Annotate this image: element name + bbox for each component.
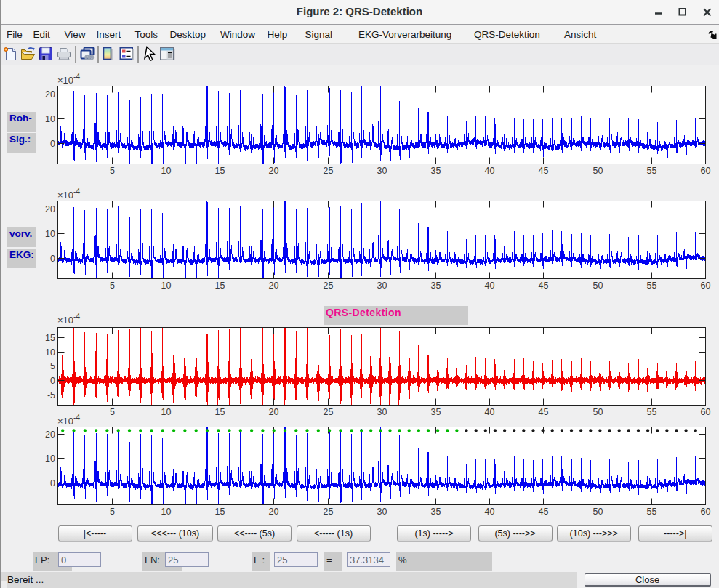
svg-text:20: 20 [269, 407, 279, 417]
svg-text:20: 20 [45, 430, 55, 440]
svg-text:60: 60 [701, 507, 711, 517]
svg-text:35: 35 [431, 507, 441, 517]
svg-text:50: 50 [593, 281, 603, 291]
svg-text:15: 15 [45, 333, 55, 343]
svg-text:10: 10 [45, 114, 55, 124]
svg-text:×10-4: ×10-4 [57, 73, 80, 86]
svg-text:10: 10 [161, 507, 172, 517]
svg-text:5: 5 [110, 407, 115, 417]
svg-text:0: 0 [50, 139, 55, 149]
svg-text:20: 20 [45, 89, 55, 100]
svg-text:0: 0 [50, 376, 55, 386]
svg-text:10: 10 [45, 454, 55, 464]
svg-text:20: 20 [269, 507, 279, 517]
svg-text:10: 10 [45, 229, 55, 239]
svg-text:40: 40 [485, 281, 495, 291]
svg-text:5: 5 [110, 281, 115, 291]
svg-text:20: 20 [269, 166, 279, 176]
svg-text:35: 35 [431, 407, 441, 417]
svg-text:45: 45 [539, 407, 549, 417]
svg-text:10: 10 [161, 407, 172, 417]
svg-text:60: 60 [701, 166, 711, 176]
svg-text:25: 25 [324, 166, 334, 176]
svg-text:55: 55 [647, 407, 657, 417]
svg-text:10: 10 [45, 347, 55, 358]
svg-text:45: 45 [539, 281, 549, 291]
svg-text:20: 20 [269, 281, 279, 291]
svg-text:25: 25 [324, 407, 334, 417]
svg-text:50: 50 [593, 507, 603, 517]
svg-text:35: 35 [431, 281, 441, 291]
svg-text:40: 40 [485, 407, 495, 417]
svg-text:45: 45 [539, 507, 549, 517]
svg-text:×10-4: ×10-4 [57, 313, 80, 326]
svg-text:55: 55 [647, 507, 657, 517]
svg-text:5: 5 [110, 507, 115, 517]
svg-text:15: 15 [215, 407, 225, 417]
svg-text:35: 35 [431, 166, 441, 176]
svg-text:25: 25 [324, 507, 334, 517]
svg-text:30: 30 [377, 166, 387, 176]
svg-text:0: 0 [50, 254, 55, 264]
svg-text:20: 20 [45, 204, 55, 214]
svg-text:15: 15 [215, 166, 225, 176]
svg-text:5: 5 [110, 166, 115, 176]
svg-text:45: 45 [539, 166, 549, 176]
svg-text:40: 40 [485, 166, 495, 176]
svg-text:60: 60 [701, 407, 711, 417]
svg-text:55: 55 [647, 166, 657, 176]
svg-text:25: 25 [324, 281, 334, 291]
svg-text:15: 15 [215, 281, 225, 291]
svg-text:55: 55 [647, 281, 657, 291]
svg-text:10: 10 [161, 281, 172, 291]
svg-text:30: 30 [377, 407, 387, 417]
svg-text:×10-4: ×10-4 [57, 188, 80, 201]
svg-text:15: 15 [215, 507, 225, 517]
svg-text:50: 50 [593, 407, 603, 417]
svg-text:30: 30 [377, 507, 387, 517]
svg-text:0: 0 [50, 478, 55, 488]
svg-text:5: 5 [50, 361, 55, 371]
svg-text:30: 30 [377, 281, 387, 291]
svg-text:60: 60 [701, 281, 711, 291]
svg-text:10: 10 [161, 166, 172, 176]
svg-text:50: 50 [593, 166, 603, 176]
svg-text:40: 40 [485, 507, 495, 517]
svg-text:-5: -5 [47, 390, 55, 400]
svg-text:×10-4: ×10-4 [57, 414, 80, 427]
